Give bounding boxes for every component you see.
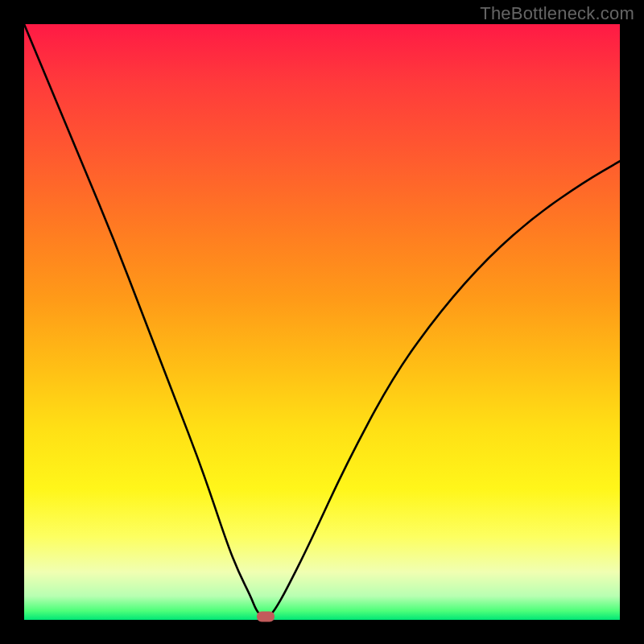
- chart-frame: TheBottleneck.com: [0, 0, 644, 644]
- plot-area: [24, 24, 620, 620]
- bottleneck-curve: [24, 24, 620, 617]
- optimum-marker: [257, 612, 275, 622]
- curve-svg: [24, 24, 620, 620]
- watermark-text: TheBottleneck.com: [480, 3, 634, 24]
